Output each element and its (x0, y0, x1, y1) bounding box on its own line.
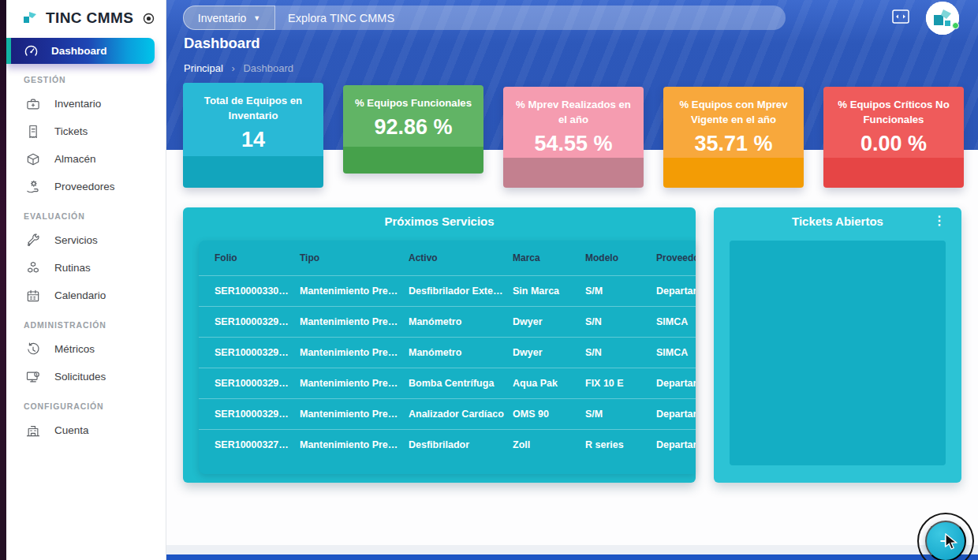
cubes-icon (25, 260, 41, 276)
sidebar-toggle-icon[interactable] (143, 13, 155, 24)
section-evaluacion: EVALUACIÓN (24, 211, 166, 221)
modelo-cell: R series (585, 429, 656, 460)
column-header-marca: Marca (513, 241, 585, 275)
proveedor-cell: Departamento (656, 275, 696, 306)
activo-cell: Bomba Centrífuga (409, 368, 513, 398)
kpi-label: % Equipos Críticos No Funcionales (823, 87, 964, 127)
sidebar-item-metricos[interactable]: Métricos (6, 335, 166, 363)
kpi-value: 54.55 % (503, 132, 644, 156)
kpi-card-mprev-vigente: % Equipos con Mprev Vigente en el año 35… (663, 87, 804, 188)
activo-cell: Manómetro (409, 306, 513, 337)
sidebar-item-label: Servicios (54, 234, 98, 246)
sidebar-item-cuenta[interactable]: Cuenta (6, 416, 166, 444)
presence-dot (952, 22, 959, 29)
table-row[interactable]: SER10000329609Mantenimiento PreventivoMa… (199, 306, 696, 337)
fullscreen-icon[interactable] (892, 9, 909, 24)
sidebar-item-label: Dashboard (51, 45, 107, 57)
marca-cell: Dwyer (513, 337, 585, 368)
sidebar-item-rutinas[interactable]: Rutinas (6, 254, 166, 282)
sidebar-item-label: Inventario (54, 98, 101, 110)
toolbox-icon (25, 96, 41, 112)
section-gestion: GESTIÓN (24, 75, 166, 84)
kpi-label: Total de Equipos en Inventario (183, 83, 323, 123)
kpi-value: 14 (183, 128, 323, 152)
sidebar-item-label: Cuenta (54, 424, 89, 436)
sidebar-item-label: Rutinas (54, 262, 91, 274)
sidebar-item-label: Tickets (54, 125, 88, 137)
tinc-logo-icon (22, 10, 38, 26)
kebab-menu-icon[interactable]: ⋮ (933, 215, 946, 227)
user-avatar[interactable] (926, 2, 959, 35)
marca-cell: OMS 90 (513, 398, 585, 429)
tipo-cell: Mantenimiento Preventivo (300, 337, 409, 368)
marca-cell: Aqua Pak (513, 368, 585, 398)
table-row[interactable]: SER10000330627Mantenimiento PreventivoDe… (199, 275, 696, 306)
marca-cell: Zoll (513, 429, 585, 460)
proveedor-cell: Departamento (656, 398, 696, 429)
mouse-cursor (944, 533, 960, 554)
table-row[interactable]: SER10000327592Mantenimiento PreventivoDe… (199, 429, 696, 460)
table-row[interactable]: SER10000329610Mantenimiento PreventivoMa… (199, 337, 696, 368)
sidebar-item-label: Calendario (54, 289, 106, 301)
package-box-icon (25, 151, 41, 167)
kpi-label: % Mprev Realizados en el año (503, 87, 644, 127)
sidebar-item-label: Proveedores (54, 181, 115, 192)
sidebar-item-label: Almacén (54, 153, 96, 165)
main-content: Inventario ▼ Dashboard Principal › Dashb… (166, 0, 978, 560)
modelo-cell: S/N (585, 337, 656, 368)
column-header-tipo: Tipo (300, 241, 409, 275)
sidebar-item-proveedores[interactable]: Proveedores (6, 173, 166, 200)
building-icon (25, 423, 41, 439)
services-table-body: SER10000330627Mantenimiento PreventivoDe… (199, 275, 696, 460)
proveedor-cell: Departamento (656, 368, 696, 398)
section-administracion: ADMINISTRACIÓN (24, 320, 166, 330)
brand-row: TINC CMMS (6, 0, 166, 36)
sidebar-item-dashboard[interactable]: Dashboard (6, 38, 155, 64)
search-input[interactable] (275, 6, 786, 30)
receipt-icon (25, 124, 41, 140)
services-table: Folio Tipo Activo Marca Modelo Proveedor… (199, 241, 696, 460)
table-row[interactable]: SER10000329693Mantenimiento PreventivoAn… (199, 398, 696, 429)
tipo-cell: Mantenimiento Preventivo (300, 275, 409, 306)
tickets-empty-area (730, 241, 946, 465)
column-header-folio: Folio (199, 241, 300, 275)
panel-title: Próximos Servicios (183, 207, 696, 228)
modelo-cell: S/M (585, 398, 656, 429)
sidebar-item-tickets[interactable]: Tickets (6, 118, 166, 145)
sidebar-item-servicios[interactable]: Servicios (6, 226, 166, 254)
breadcrumb-root[interactable]: Principal (184, 62, 223, 74)
kpi-card-mprev-realizados: % Mprev Realizados en el año 54.55 % (503, 87, 644, 188)
tipo-cell: Mantenimiento Preventivo (300, 368, 409, 398)
sidebar-item-label: Solicitudes (54, 371, 106, 383)
folio-cell[interactable]: SER10000329693 (199, 398, 300, 429)
search-scope-dropdown[interactable]: Inventario ▼ (183, 6, 275, 30)
table-row[interactable]: SER10000329645Mantenimiento PreventivoBo… (199, 368, 696, 398)
global-search: Inventario ▼ (183, 6, 786, 30)
kpi-card-criticos-no-funcionales: % Equipos Críticos No Funcionales 0.00 % (823, 87, 964, 188)
folio-cell[interactable]: SER10000329645 (199, 368, 300, 398)
brand-name: TINC CMMS (46, 9, 143, 27)
modelo-cell: S/N (585, 306, 656, 337)
sidebar-item-calendario[interactable]: Calendario (6, 282, 166, 309)
folio-cell[interactable]: SER10000327592 (199, 429, 300, 460)
folio-cell[interactable]: SER10000329609 (199, 306, 300, 337)
kpi-card-total-equipos: Total de Equipos en Inventario 14 (183, 83, 323, 188)
breadcrumb-current: Dashboard (243, 62, 293, 74)
panel-title: Tickets Abiertos (714, 207, 961, 228)
breadcrumb: Principal › Dashboard (184, 62, 293, 74)
sidebar-item-inventario[interactable]: Inventario (6, 90, 166, 118)
kpi-label: % Equipos con Mprev Vigente en el año (663, 87, 804, 127)
marca-cell: Sin Marca (513, 275, 585, 306)
folio-cell[interactable]: SER10000329610 (199, 337, 300, 368)
proveedor-cell: Departamento (656, 429, 696, 460)
tipo-cell: Mantenimiento Preventivo (300, 429, 409, 460)
chevron-down-icon: ▼ (253, 14, 260, 22)
folio-cell[interactable]: SER10000330627 (199, 275, 300, 306)
footer-strip (166, 545, 978, 554)
kpi-value: 92.86 % (343, 115, 483, 140)
tipo-cell: Mantenimiento Preventivo (300, 306, 409, 337)
sidebar-item-almacen[interactable]: Almacén (6, 145, 166, 173)
proveedor-cell: SIMCA (656, 306, 696, 337)
proveedor-cell: SIMCA (656, 337, 696, 368)
sidebar-item-solicitudes[interactable]: Solicitudes (6, 363, 166, 390)
